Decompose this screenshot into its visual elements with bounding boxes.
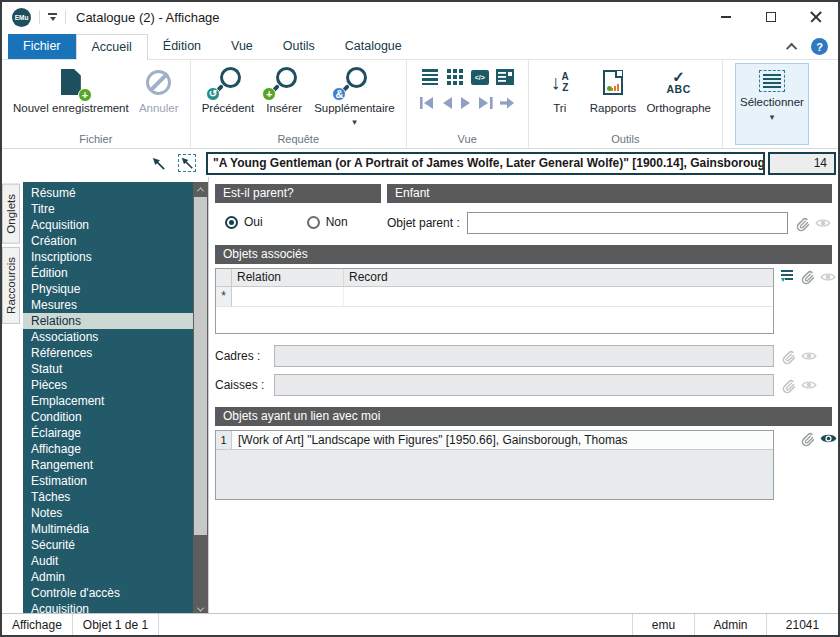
collapse-ribbon-icon[interactable] <box>786 42 797 53</box>
sidebar-item[interactable]: Physique <box>23 281 193 297</box>
sidebar-item[interactable]: Affichage <box>23 441 193 457</box>
previous-search-button[interactable]: ↺ Précédent <box>197 62 259 115</box>
tab-vue[interactable]: Vue <box>216 34 268 59</box>
sidebar-item[interactable]: Éclairage <box>23 425 193 441</box>
sidebar-tab-onglets[interactable]: Onglets <box>2 184 20 244</box>
attach-icon[interactable] <box>794 215 811 232</box>
title-bar: EMu Catalogue (2) - Affichage <box>2 2 838 32</box>
insert-search-button[interactable]: + Insérer <box>259 62 309 115</box>
sidebar-item[interactable]: Rangement <box>23 457 193 473</box>
tab-accueil[interactable]: Accueil <box>76 34 148 60</box>
sidebar-item[interactable]: Acquisition <box>23 217 193 233</box>
sidebar-item[interactable]: Sécurité <box>23 537 193 553</box>
sidebar-item[interactable]: Multimédia <box>23 521 193 537</box>
column-header-record[interactable]: Record <box>344 269 773 286</box>
sidebar-item[interactable]: Pièces <box>23 377 193 393</box>
eye-icon <box>820 269 836 285</box>
tab-fichier[interactable]: Fichier <box>8 34 76 59</box>
maximize-button[interactable] <box>748 2 793 32</box>
select-cursor-icon[interactable] <box>178 154 196 172</box>
form-view-icon <box>496 69 514 85</box>
eye-icon <box>801 377 817 393</box>
tab-edition[interactable]: Édition <box>148 34 216 59</box>
eye-icon[interactable] <box>820 430 837 447</box>
status-mode: Affichage <box>2 614 73 635</box>
sidebar-scrollbar[interactable] <box>193 182 208 617</box>
linked-object-row[interactable]: 1 [Work of Art] "Landscape with Figures"… <box>216 431 773 450</box>
minimize-icon <box>721 16 731 18</box>
sidebar-item[interactable]: Admin <box>23 569 193 585</box>
nav-previous-icon <box>440 96 454 110</box>
tab-outils[interactable]: Outils <box>268 34 330 59</box>
sidebar-item[interactable]: Relations <box>23 313 193 329</box>
cell-relation[interactable] <box>232 287 344 306</box>
status-record-count: Objet 1 de 1 <box>73 614 159 635</box>
additional-search-button[interactable]: & Supplémentaire ▾ <box>309 62 400 127</box>
group-label-vue: Vue <box>411 132 524 148</box>
grid-view-button[interactable] <box>446 68 464 86</box>
nav-next-button[interactable] <box>459 96 473 110</box>
sidebar-item[interactable]: Statut <box>23 361 193 377</box>
sidebar-item[interactable]: Emplacement <box>23 393 193 409</box>
select-button[interactable]: Sélectionner ▾ <box>735 63 809 145</box>
form-view-button[interactable] <box>496 68 514 86</box>
sidebar-item[interactable]: Titre <box>23 201 193 217</box>
scroll-up-button[interactable] <box>193 182 208 197</box>
new-record-button[interactable]: + Nouvel enregistrement <box>8 62 134 115</box>
help-button[interactable]: ? <box>811 38 828 55</box>
sidebar-item[interactable]: Édition <box>23 265 193 281</box>
cadres-field <box>274 345 774 367</box>
sidebar-item[interactable]: Estimation <box>23 473 193 489</box>
reports-button[interactable]: Rapports <box>585 62 642 115</box>
row-selector-header <box>216 269 232 286</box>
nav-last-button[interactable] <box>478 96 494 110</box>
edit-cursor-icon[interactable] <box>151 156 166 171</box>
sidebar-item[interactable]: Résumé <box>23 185 193 201</box>
spelling-label: Orthographe <box>646 102 711 115</box>
status-number: 21041 <box>766 614 838 635</box>
linked-object-text[interactable]: [Work of Art] "Landscape with Figures" [… <box>232 431 773 449</box>
nav-previous-button[interactable] <box>440 96 454 110</box>
sidebar-item[interactable]: Création <box>23 233 193 249</box>
sidebar-item[interactable]: Tâches <box>23 489 193 505</box>
nav-goto-button[interactable] <box>499 96 515 110</box>
sidebar-item[interactable]: Condition <box>23 409 193 425</box>
cell-record[interactable] <box>344 287 773 306</box>
chevron-down-icon: ▾ <box>352 118 357 127</box>
attach-icon[interactable] <box>799 430 816 447</box>
record-number: 14 <box>768 152 836 175</box>
objet-parent-input[interactable] <box>467 212 788 234</box>
tab-catalogue[interactable]: Catalogue <box>330 34 417 59</box>
column-header-relation[interactable]: Relation <box>232 269 344 286</box>
sidebar-item[interactable]: Mesures <box>23 297 193 313</box>
nav-first-button[interactable] <box>419 96 435 110</box>
sidebar-item[interactable]: Audit <box>23 553 193 569</box>
code-view-button[interactable]: </> <box>471 68 489 86</box>
sidebar-item[interactable]: Associations <box>23 329 193 345</box>
scrollbar-track[interactable] <box>193 197 208 602</box>
auto-arrange-icon[interactable] <box>780 269 795 284</box>
nav-next-icon <box>459 96 473 110</box>
new-row[interactable]: * <box>216 287 773 307</box>
emu-logo-icon[interactable]: EMu <box>12 8 31 27</box>
attach-icon[interactable] <box>799 268 816 285</box>
scrollbar-thumb[interactable] <box>194 197 207 535</box>
undo-badge-icon: ↺ <box>206 87 220 101</box>
previous-label: Précédent <box>202 102 254 115</box>
sidebar-item[interactable]: Notes <box>23 505 193 521</box>
sidebar-item[interactable]: Références <box>23 345 193 361</box>
spelling-button[interactable]: ✓ABC Orthographe <box>641 62 716 115</box>
ribbon-group-outils: ↓ AZ Tri Rapports ✓ABC Orthographe Outil <box>529 60 723 148</box>
maximize-icon <box>766 12 776 22</box>
radio-oui[interactable]: Oui <box>225 215 263 229</box>
minimize-button[interactable] <box>703 2 748 32</box>
quick-access-dropdown-icon[interactable] <box>48 13 57 21</box>
close-button[interactable] <box>793 2 838 32</box>
list-view-button[interactable] <box>421 68 439 86</box>
new-row-marker[interactable]: * <box>216 287 232 306</box>
sidebar-tab-raccourcis[interactable]: Raccourcis <box>2 247 20 324</box>
radio-non[interactable]: Non <box>307 215 348 229</box>
sidebar-item[interactable]: Inscriptions <box>23 249 193 265</box>
sidebar-item[interactable]: Contrôle d'accès <box>23 585 193 601</box>
sort-button[interactable]: ↓ AZ Tri <box>535 62 585 115</box>
